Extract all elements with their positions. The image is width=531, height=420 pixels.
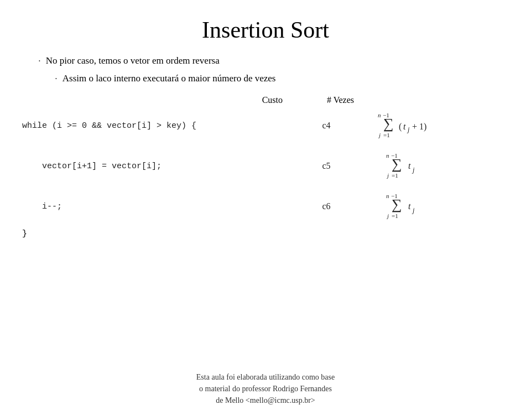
bullet-item-2: • Assim o laco interno executará o maior…	[55, 72, 509, 85]
bullet-dot-1: •	[39, 58, 40, 64]
formula-2: ∑ j =1 n −1 t j	[354, 151, 465, 182]
svg-text:=1: =1	[392, 212, 398, 219]
bullet-dot-2: •	[55, 76, 57, 82]
bullet-item-1: • No pior caso, temos o vetor em ordem r…	[39, 54, 509, 68]
column-labels: Custo # Vezes	[22, 95, 354, 105]
code-vector: vector[i+1] = vector[i];	[22, 162, 310, 171]
code-row-1: while (i >= 0 && vector[i] > key) { c4 ∑…	[22, 111, 509, 141]
svg-text:=1: =1	[383, 132, 390, 138]
page: Insertion Sort • No pior caso, temos o v…	[0, 0, 531, 420]
code-row-3: i--; c6 ∑ j =1 n −1 t j	[22, 191, 509, 222]
svg-text:−1: −1	[391, 193, 398, 199]
svg-text:+ 1): + 1)	[412, 122, 426, 132]
svg-text:n: n	[378, 112, 381, 118]
cost-c5: c5	[310, 161, 343, 171]
formula-3: ∑ j =1 n −1 t j	[354, 191, 465, 222]
custo-label: Custo	[262, 95, 283, 105]
footer-line-2: o material do professor Rodrigo Fernande…	[0, 383, 531, 395]
svg-text:n: n	[386, 193, 389, 199]
svg-text:j: j	[386, 172, 389, 179]
svg-text:t: t	[403, 122, 406, 131]
svg-text:−1: −1	[383, 112, 389, 118]
svg-text:t: t	[408, 161, 411, 170]
code-idec: i--;	[22, 202, 310, 211]
cost-c4: c4	[310, 121, 343, 131]
bullet-section: • No pior caso, temos o vetor em ordem r…	[39, 54, 509, 85]
footer-line-1: Esta aula foi elaborada utilizando como …	[0, 371, 531, 383]
vezes-label: # Vezes	[327, 95, 354, 105]
code-while: while (i >= 0 && vector[i] > key) {	[22, 121, 310, 131]
svg-text:−1: −1	[391, 152, 398, 159]
cost-c6: c6	[310, 201, 343, 211]
svg-text:j: j	[378, 132, 381, 138]
svg-text:(: (	[399, 122, 402, 132]
svg-text:j: j	[412, 206, 415, 214]
formula-1: ∑ j =1 n −1 ( t j + 1)	[354, 111, 465, 141]
svg-text:n: n	[386, 152, 389, 159]
svg-text:j: j	[412, 166, 415, 174]
page-title: Insertion Sort	[22, 11, 509, 43]
footer-line-3: de Mello <mello@icmc.usp.br>	[0, 395, 531, 406]
footer: Esta aula foi elaborada utilizando como …	[0, 371, 531, 406]
closing-brace: }	[22, 229, 509, 238]
code-row-2: vector[i+1] = vector[i]; c5 ∑ j =1 n −1 …	[22, 151, 509, 182]
svg-text:t: t	[408, 201, 411, 211]
svg-text:j: j	[407, 126, 410, 133]
code-table: while (i >= 0 && vector[i] > key) { c4 ∑…	[22, 111, 509, 238]
bullet-text-2: Assim o laco interno executará o maior n…	[63, 72, 276, 85]
svg-text:j: j	[386, 212, 389, 219]
svg-text:=1: =1	[392, 172, 398, 179]
bullet-text-1: No pior caso, temos o vetor em ordem rev…	[46, 54, 220, 68]
